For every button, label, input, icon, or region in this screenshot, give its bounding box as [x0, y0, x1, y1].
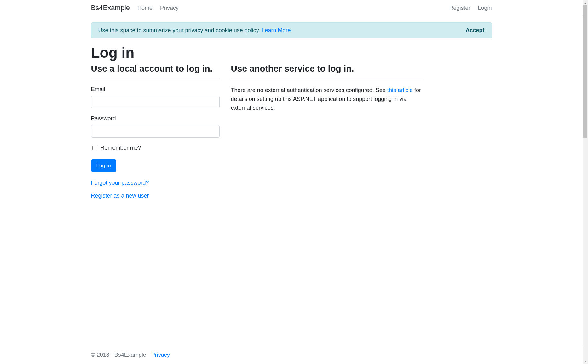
nav-login-link[interactable]: Login: [478, 5, 492, 11]
login-row: Use a local account to log in. Email Pas…: [91, 64, 492, 205]
remember-me-label[interactable]: Remember me?: [101, 145, 141, 151]
page-title: Log in: [91, 44, 492, 61]
external-article-link[interactable]: this article: [387, 87, 413, 93]
external-login-section: Use another service to log in. There are…: [225, 64, 422, 205]
scroll-up-arrow-icon[interactable]: ▲: [583, 0, 588, 5]
cookie-consent-text: Use this space to summarize your privacy…: [98, 27, 292, 34]
external-heading-rule: [231, 78, 422, 78]
nav-privacy-link[interactable]: Privacy: [160, 5, 179, 11]
password-label: Password: [91, 115, 220, 122]
local-heading: Use a local account to log in.: [91, 64, 220, 74]
cookie-consent-alert: Use this space to summarize your privacy…: [91, 22, 492, 38]
vertical-scrollbar[interactable]: ▲ ▼: [583, 0, 588, 364]
external-description: There are no external authentication ser…: [231, 86, 422, 113]
password-input[interactable]: [91, 125, 220, 138]
footer-privacy-link[interactable]: Privacy: [151, 352, 170, 358]
footer-text: © 2018 - Bs4Example -: [91, 352, 151, 358]
scrollbar-thumb[interactable]: [583, 5, 587, 138]
cookie-consent-prefix: Use this space to summarize your privacy…: [98, 27, 262, 33]
footer: © 2018 - Bs4Example - Privacy: [0, 346, 583, 364]
nav-home-link[interactable]: Home: [137, 5, 153, 11]
login-form: Email Password Remember me? Log in Forgo…: [91, 86, 220, 199]
forgot-password-link[interactable]: Forgot your password?: [91, 180, 220, 186]
main-container: Use this space to summarize your privacy…: [84, 16, 499, 333]
local-heading-rule: [91, 78, 220, 78]
email-label: Email: [91, 86, 220, 93]
remember-me-checkbox[interactable]: [92, 146, 97, 150]
nav-register-link[interactable]: Register: [449, 5, 470, 11]
accept-button[interactable]: Accept: [465, 27, 484, 34]
cookie-consent-suffix: .: [291, 27, 292, 33]
register-new-user-link[interactable]: Register as a new user: [91, 193, 220, 199]
navbar: Bs4Example Home Privacy Register Login: [0, 0, 583, 16]
brand-link[interactable]: Bs4Example: [91, 4, 130, 12]
scroll-down-arrow-icon[interactable]: ▼: [583, 359, 588, 364]
local-account-section: Use a local account to log in. Email Pas…: [91, 64, 225, 205]
external-heading: Use another service to log in.: [231, 64, 422, 74]
learn-more-link[interactable]: Learn More: [262, 27, 291, 33]
external-text-prefix: There are no external authentication ser…: [231, 87, 387, 93]
email-input[interactable]: [91, 96, 220, 108]
login-button[interactable]: Log in: [91, 159, 116, 172]
